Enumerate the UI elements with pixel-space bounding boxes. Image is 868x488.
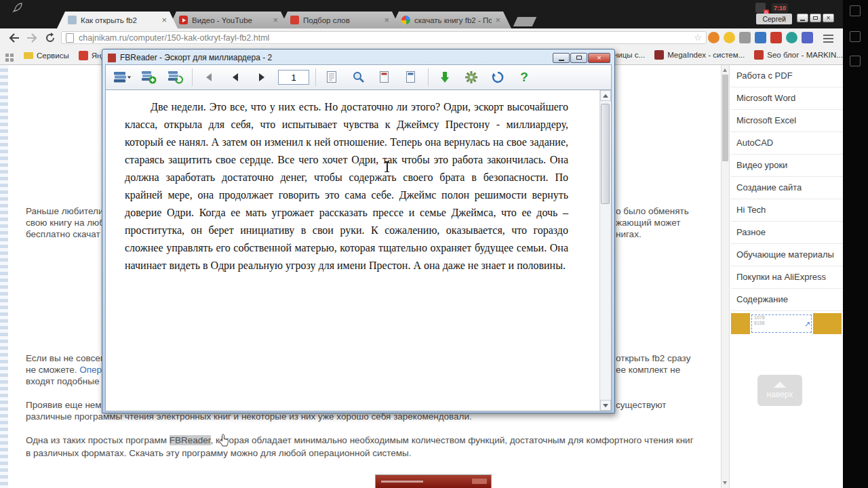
url-field[interactable]: chajnikam.ru/computer/150-kak-otkryt-fay… (61, 31, 707, 44)
toolbar-separator (428, 68, 429, 86)
url-text[interactable]: chajnikam.ru/computer/150-kak-otkryt-fay… (79, 33, 690, 43)
tab-close-icon[interactable]: × (161, 16, 167, 24)
tab-wordstat[interactable]: Подбор слов × (279, 12, 400, 28)
forward-icon[interactable] (252, 67, 272, 87)
extension-icon[interactable] (755, 32, 766, 43)
fbreader-toolbar: ? (105, 64, 612, 90)
ad-gold-block-right (813, 313, 842, 334)
bookmark-seo-blog[interactable]: Seo блог - MARKIN... (754, 50, 843, 60)
opera-link[interactable]: Опер (79, 365, 102, 375)
paragraph-2-left: Если вы не совсем не сможете. Опер входя… (26, 352, 106, 387)
close-button[interactable]: × (823, 14, 834, 22)
back-icon[interactable] (225, 67, 245, 87)
scroll-up-arrow[interactable] (723, 68, 727, 72)
download-book-icon[interactable] (435, 67, 455, 87)
page-scrollbar[interactable] (721, 65, 730, 488)
fbreader-window-controls: × (553, 53, 610, 63)
settings-gear-icon[interactable] (461, 67, 481, 87)
text-view-icon[interactable] (322, 67, 342, 87)
scroll-down-arrow[interactable] (723, 481, 727, 485)
extension-badge-icon[interactable]: 0 (755, 3, 766, 13)
sidebar-item-excel[interactable]: Microsoft Excel (731, 110, 843, 132)
extension-icon[interactable] (786, 32, 797, 43)
page-icon (66, 33, 74, 43)
sidebar-item-misc[interactable]: Разное (731, 222, 843, 244)
minimize-button[interactable] (797, 14, 808, 22)
page-scrollbar-thumb[interactable] (722, 75, 728, 161)
back-icon[interactable] (8, 33, 20, 46)
rotate-screen-icon[interactable] (488, 67, 508, 87)
up-arrow-icon (774, 382, 786, 388)
ad-gold-block-left (731, 313, 750, 334)
sidebar-item-contents[interactable]: Содержание (731, 289, 843, 311)
apps-grid-icon[interactable] (5, 54, 14, 57)
paragraph-1-left: Раньше любители свою книгу на люб беспла… (26, 205, 104, 240)
previous-book-icon[interactable] (375, 67, 395, 87)
paragraph-3-left: Проявив еще немн (26, 399, 106, 411)
tab-close-icon[interactable]: × (384, 16, 389, 24)
previous-page-icon[interactable] (199, 67, 219, 87)
extension-icon[interactable] (724, 32, 735, 43)
toolbar-separator (192, 68, 193, 86)
extension-icon[interactable] (802, 32, 813, 43)
profile-button[interactable]: Сергей (756, 14, 792, 24)
paragraph-1-right: о было обменять жающий может нигах. (616, 205, 689, 240)
tabs: Как открыть fb2 × Видео - YouTube × Подб… (57, 12, 534, 28)
extension-icon[interactable] (708, 32, 719, 43)
page-number-input[interactable] (278, 70, 309, 85)
new-tab-button[interactable] (513, 17, 537, 26)
forward-icon[interactable] (26, 33, 38, 46)
menu-icon[interactable] (823, 35, 833, 36)
scroll-up-arrow[interactable] (600, 90, 611, 101)
extension-icon[interactable] (739, 32, 751, 43)
bookmark-truncated[interactable]: ницы с... (614, 51, 645, 59)
tab-close-icon[interactable]: × (495, 16, 500, 24)
sidebar-item-pdf[interactable]: Работа с PDF (731, 65, 843, 87)
sidebar-item-site-creation[interactable]: Создание сайта (731, 177, 843, 199)
minimize-button[interactable] (553, 53, 570, 63)
sidebar-item-video-lessons[interactable]: Видео уроки (731, 155, 843, 177)
tab-how-to-open-fb2[interactable]: Как открыть fb2 × (57, 12, 178, 28)
sidebar-item-word[interactable]: Microsoft Word (731, 87, 843, 110)
refresh-icon[interactable] (45, 33, 56, 46)
restore-button[interactable] (810, 14, 821, 22)
help-icon[interactable]: ? (514, 67, 534, 87)
bookmark-star-icon[interactable]: ☆ (694, 33, 702, 42)
add-book-icon[interactable] (139, 67, 159, 87)
fbreader-window: FBReader - Эскорт для миллиардера - 2 × (102, 49, 615, 413)
fbreader-title-bar[interactable]: FBReader - Эскорт для миллиардера - 2 × (105, 51, 612, 64)
left-edge-stripes (0, 65, 8, 488)
site-sidebar-menu: Работа с PDF Microsoft Word Microsoft Ex… (731, 65, 843, 488)
bookmark-megaindex[interactable]: MegaIndex - систем... (654, 50, 745, 60)
paragraph-2-right: открыть fb2 сразу ее комплект не (616, 352, 690, 375)
next-book-icon[interactable] (401, 67, 422, 87)
megaindex-favicon-icon (654, 50, 664, 60)
sidebar-item-learning[interactable]: Обучающие материалы (731, 244, 843, 266)
tab-google-search[interactable]: скачать книгу fb2 - Поис × (391, 12, 511, 28)
fbreader-scrollbar-thumb[interactable] (601, 104, 610, 204)
tab-youtube[interactable]: Видео - YouTube × (168, 12, 289, 28)
seo-blog-favicon-icon (754, 50, 764, 60)
maximize-button[interactable] (570, 53, 587, 63)
paragraph-3-right: существуют (616, 399, 667, 411)
tab-close-icon[interactable]: × (273, 16, 278, 24)
fbreader-scrollbar[interactable] (599, 90, 611, 411)
sidebar-item-autocad[interactable]: AutoCAD (731, 132, 843, 155)
scroll-down-arrow[interactable] (600, 400, 611, 411)
browser-address-bar: chajnikam.ru/computer/150-kak-otkryt-fay… (0, 28, 844, 47)
fbreader-window-title: FBReader - Эскорт для миллиардера - 2 (120, 53, 549, 62)
yandex-favicon-icon (79, 51, 88, 60)
quill-icon (12, 2, 23, 16)
library-icon[interactable] (113, 67, 133, 87)
ad-banner[interactable]: 1078 8158 ↗ (731, 313, 842, 334)
search-icon[interactable] (349, 67, 369, 87)
sidebar-item-hitech[interactable]: Hi Tech (731, 199, 843, 222)
sidebar-item-aliexpress[interactable]: Покупки на AliExpress (731, 266, 843, 289)
close-button[interactable]: × (588, 53, 610, 63)
extension-icon[interactable] (770, 32, 782, 43)
tray-icon (850, 31, 861, 42)
bookmark-services[interactable]: Сервисы (24, 52, 69, 60)
network-library-icon[interactable] (165, 67, 186, 87)
extension-counter-badge[interactable]: 7:10 (772, 3, 788, 13)
back-to-top-button[interactable]: наверх (757, 375, 802, 406)
